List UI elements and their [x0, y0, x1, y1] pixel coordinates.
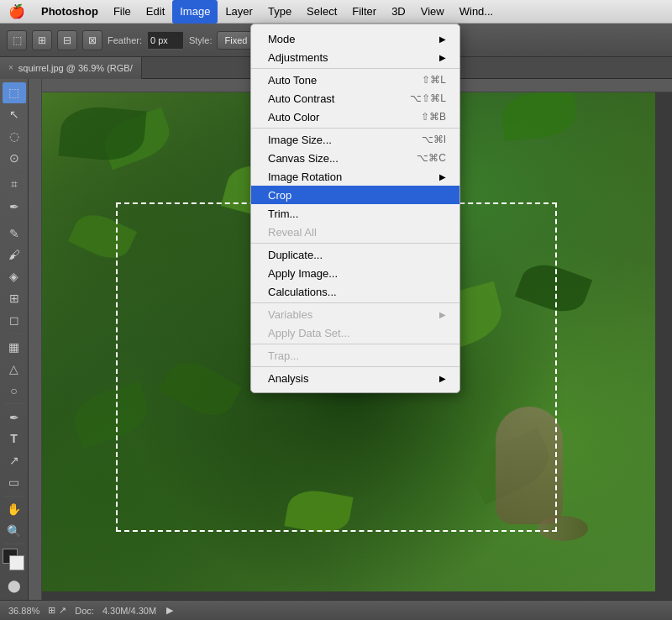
auto-contrast-shortcut: ⌥⇧⌘L: [410, 92, 446, 104]
clone-tool-btn[interactable]: ◈: [3, 266, 26, 287]
menu-item-image-size[interactable]: Image Size... ⌥⌘I: [251, 130, 459, 149]
auto-tone-label: Auto Tone: [268, 74, 317, 87]
blur-tool-btn[interactable]: △: [3, 358, 26, 379]
subtract-selection-btn[interactable]: ⊟: [57, 30, 77, 50]
menu-type[interactable]: Type: [260, 0, 299, 24]
menu-window[interactable]: Wind...: [452, 0, 501, 24]
menu-3d[interactable]: 3D: [384, 0, 413, 24]
tool-separator-6: [4, 544, 24, 544]
menu-view[interactable]: View: [413, 0, 452, 24]
menu-section-7: Analysis ▶: [251, 367, 459, 389]
lasso-tool-btn[interactable]: ◌: [3, 126, 26, 147]
reveal-all-label: Reveal All: [268, 226, 317, 239]
crop-tool-btn[interactable]: ⌗: [3, 174, 26, 195]
image-size-shortcut: ⌥⌘I: [422, 134, 446, 145]
menu-select[interactable]: Select: [299, 0, 344, 24]
zoom-level: 36.88%: [8, 606, 39, 616]
add-selection-btn[interactable]: ⊞: [32, 30, 52, 50]
feather-input[interactable]: [147, 31, 184, 50]
image-menu-dropdown: Mode ▶ Adjustments ▶ Auto Tone ⇧⌘L Auto …: [250, 24, 460, 393]
menu-item-adjustments[interactable]: Adjustments ▶: [251, 48, 459, 66]
new-selection-btn[interactable]: ⬚: [7, 30, 27, 50]
pen-tool-btn[interactable]: ✒: [3, 407, 26, 428]
image-size-label: Image Size...: [268, 134, 332, 146]
status-icons: ⊞ ↗: [48, 605, 66, 616]
toolbox: ⬚ ↖ ◌ ⊙ ⌗ ✒ ✎ 🖌 ◈ ⊞ ◻ ▦ △ ○ ✒ T ↗ ▭ ✋ 🔍 …: [0, 79, 29, 600]
apply-image-label: Apply Image...: [268, 267, 338, 280]
adjustments-submenu-arrow: ▶: [439, 53, 446, 62]
app-name[interactable]: Photoshop: [34, 0, 106, 24]
menu-item-auto-contrast[interactable]: Auto Contrast ⌥⇧⌘L: [251, 89, 459, 108]
menu-item-crop[interactable]: Crop: [251, 186, 459, 204]
menu-section-2: Auto Tone ⇧⌘L Auto Contrast ⌥⇧⌘L Auto Co…: [251, 69, 459, 129]
analysis-arrow: ▶: [439, 374, 446, 383]
status-icon-1[interactable]: ⊞: [48, 605, 55, 616]
menu-item-auto-tone[interactable]: Auto Tone ⇧⌘L: [251, 71, 459, 89]
menu-section-5: Variables ▶ Apply Data Set...: [251, 303, 459, 344]
menu-item-mode[interactable]: Mode ▶: [251, 29, 459, 48]
dodge-tool-btn[interactable]: ○: [3, 380, 26, 401]
menu-item-reveal-all: Reveal All: [251, 223, 459, 241]
menu-item-analysis[interactable]: Analysis ▶: [251, 369, 459, 387]
quick-select-tool-btn[interactable]: ⊙: [3, 148, 26, 169]
eyedropper-tool-btn[interactable]: ✒: [3, 196, 26, 217]
menu-item-trim[interactable]: Trim...: [251, 204, 459, 223]
status-bar: 36.88% ⊞ ↗ Doc: 4.30M/4.30M ▶: [0, 600, 672, 620]
duplicate-label: Duplicate...: [268, 249, 323, 261]
document-filename: squirrel.jpg @ 36.9% (RGB/: [18, 63, 133, 73]
apple-menu[interactable]: 🍎: [0, 3, 34, 19]
intersect-selection-btn[interactable]: ⊠: [82, 30, 102, 50]
menu-file[interactable]: File: [106, 0, 139, 24]
trap-label: Trap...: [268, 349, 299, 362]
close-tab-icon[interactable]: ×: [8, 63, 13, 72]
crop-label: Crop: [268, 189, 291, 202]
trim-label: Trim...: [268, 208, 298, 220]
menu-edit[interactable]: Edit: [139, 0, 172, 24]
menu-item-apply-data-set: Apply Data Set...: [251, 323, 459, 342]
shape-tool-btn[interactable]: ▭: [3, 472, 26, 493]
heal-tool-btn[interactable]: ✎: [3, 223, 26, 244]
marquee-tool-btn[interactable]: ⬚: [3, 82, 26, 103]
canvas-size-shortcut: ⌥⌘C: [417, 152, 446, 164]
tool-separator-1: [4, 171, 24, 172]
style-label: Style:: [189, 35, 213, 45]
gradient-tool-btn[interactable]: ▦: [3, 336, 26, 357]
menu-item-apply-image[interactable]: Apply Image...: [251, 264, 459, 282]
type-tool-btn[interactable]: T: [3, 428, 26, 449]
image-rotation-arrow: ▶: [439, 172, 446, 181]
zoom-tool-btn[interactable]: 🔍: [3, 520, 26, 541]
history-btn[interactable]: ⊞: [3, 288, 26, 309]
auto-tone-shortcut: ⇧⌘L: [422, 74, 446, 86]
menu-section-4: Duplicate... Apply Image... Calculations…: [251, 244, 459, 303]
doc-size: 4.30M/4.30M: [102, 606, 156, 616]
ruler-vertical: [29, 79, 42, 600]
move-tool-btn[interactable]: ↖: [3, 104, 26, 125]
tool-separator-3: [4, 334, 24, 334]
path-select-btn[interactable]: ↗: [3, 450, 26, 471]
quick-mask-btn[interactable]: ⬤: [3, 575, 26, 596]
analysis-label: Analysis: [268, 372, 308, 385]
auto-color-label: Auto Color: [268, 111, 319, 123]
menu-item-duplicate[interactable]: Duplicate...: [251, 245, 459, 264]
menu-bar: 🍎 Photoshop File Edit Image Layer Type S…: [0, 0, 672, 24]
menu-layer[interactable]: Layer: [218, 0, 260, 24]
menu-image[interactable]: Image: [172, 0, 218, 24]
menu-filter[interactable]: Filter: [344, 0, 384, 24]
canvas-size-label: Canvas Size...: [268, 152, 339, 165]
eraser-tool-btn[interactable]: ◻: [3, 310, 26, 331]
menu-item-canvas-size[interactable]: Canvas Size... ⌥⌘C: [251, 149, 459, 167]
tool-separator-5: [4, 496, 24, 497]
auto-contrast-label: Auto Contrast: [268, 92, 335, 105]
hand-tool-btn[interactable]: ✋: [3, 499, 26, 520]
menu-section-3: Image Size... ⌥⌘I Canvas Size... ⌥⌘C Ima…: [251, 129, 459, 244]
tool-separator-2: [4, 219, 24, 220]
brush-tool-btn[interactable]: 🖌: [3, 244, 26, 265]
more-arrow[interactable]: ▶: [166, 605, 173, 616]
menu-item-calculations[interactable]: Calculations...: [251, 282, 459, 301]
image-rotation-label: Image Rotation: [268, 171, 342, 183]
menu-item-image-rotation[interactable]: Image Rotation ▶: [251, 167, 459, 186]
foreground-color-swatch[interactable]: [3, 549, 26, 571]
menu-item-auto-color[interactable]: Auto Color ⇧⌘B: [251, 108, 459, 126]
status-icon-2[interactable]: ↗: [59, 605, 66, 616]
document-tab[interactable]: × squirrel.jpg @ 36.9% (RGB/: [0, 57, 142, 79]
